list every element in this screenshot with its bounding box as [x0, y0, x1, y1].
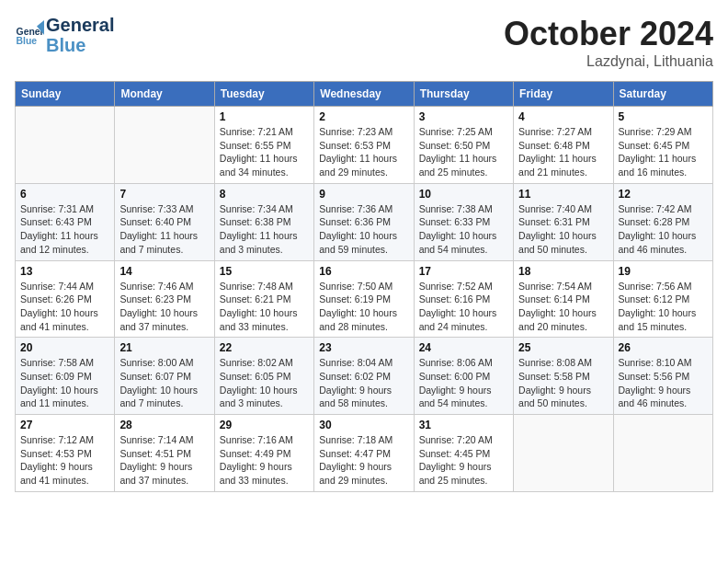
calendar-cell: 23Sunrise: 8:04 AMSunset: 6:02 PMDayligh…	[314, 338, 414, 415]
day-info: Sunrise: 7:48 AMSunset: 6:21 PMDaylight:…	[220, 280, 309, 334]
day-number: 15	[220, 265, 309, 278]
calendar-cell: 7Sunrise: 7:33 AMSunset: 6:40 PMDaylight…	[115, 183, 214, 260]
day-info: Sunrise: 7:34 AMSunset: 6:38 PMDaylight:…	[220, 202, 309, 257]
day-number: 16	[319, 265, 408, 278]
calendar-cell	[514, 415, 613, 492]
calendar-cell	[16, 107, 115, 184]
month-year: October 2024	[504, 15, 713, 53]
logo-line1: General	[46, 15, 114, 35]
day-info: Sunrise: 7:25 AMSunset: 6:50 PMDaylight:…	[419, 125, 508, 179]
calendar-header-monday: Monday	[115, 82, 214, 107]
logo: General Blue General Blue	[15, 15, 114, 55]
calendar-cell: 20Sunrise: 7:58 AMSunset: 6:09 PMDayligh…	[16, 338, 115, 415]
day-info: Sunrise: 8:00 AMSunset: 6:07 PMDaylight:…	[119, 356, 209, 410]
day-number: 20	[20, 341, 109, 354]
day-info: Sunrise: 7:27 AMSunset: 6:48 PMDaylight:…	[518, 125, 608, 179]
day-number: 1	[220, 110, 309, 123]
calendar-cell: 24Sunrise: 8:06 AMSunset: 6:00 PMDayligh…	[414, 338, 513, 415]
calendar-cell: 29Sunrise: 7:16 AMSunset: 4:49 PMDayligh…	[214, 415, 313, 492]
calendar-cell: 25Sunrise: 8:08 AMSunset: 5:58 PMDayligh…	[514, 338, 613, 415]
svg-text:Blue: Blue	[17, 36, 38, 46]
calendar-cell: 9Sunrise: 7:36 AMSunset: 6:36 PMDaylight…	[314, 183, 414, 260]
title-block: October 2024 Lazdynai, Lithuania	[504, 15, 713, 70]
logo-line2: Blue	[46, 35, 114, 55]
calendar-cell: 11Sunrise: 7:40 AMSunset: 6:31 PMDayligh…	[514, 183, 613, 260]
calendar-cell: 22Sunrise: 8:02 AMSunset: 6:05 PMDayligh…	[214, 338, 313, 415]
logo-icon: General Blue	[15, 20, 44, 50]
day-number: 25	[518, 341, 608, 354]
calendar-cell: 30Sunrise: 7:18 AMSunset: 4:47 PMDayligh…	[314, 415, 414, 492]
day-info: Sunrise: 7:42 AMSunset: 6:28 PMDaylight:…	[619, 202, 708, 257]
calendar-cell: 26Sunrise: 8:10 AMSunset: 5:56 PMDayligh…	[613, 338, 712, 415]
calendar-cell: 6Sunrise: 7:31 AMSunset: 6:43 PMDaylight…	[16, 183, 115, 260]
day-number: 13	[20, 265, 109, 278]
day-number: 17	[419, 265, 508, 278]
calendar-cell: 21Sunrise: 8:00 AMSunset: 6:07 PMDayligh…	[115, 338, 214, 415]
calendar-cell: 27Sunrise: 7:12 AMSunset: 4:53 PMDayligh…	[16, 415, 115, 492]
day-number: 18	[518, 265, 608, 278]
day-info: Sunrise: 7:21 AMSunset: 6:55 PMDaylight:…	[220, 125, 309, 179]
day-info: Sunrise: 8:04 AMSunset: 6:02 PMDaylight:…	[319, 356, 408, 410]
calendar-cell: 12Sunrise: 7:42 AMSunset: 6:28 PMDayligh…	[613, 183, 712, 260]
day-info: Sunrise: 7:14 AMSunset: 4:51 PMDaylight:…	[119, 433, 209, 488]
day-number: 8	[220, 188, 309, 201]
day-number: 31	[419, 419, 508, 431]
calendar-week-1: 1Sunrise: 7:21 AMSunset: 6:55 PMDaylight…	[16, 107, 713, 184]
day-info: Sunrise: 7:56 AMSunset: 6:12 PMDaylight:…	[619, 280, 708, 334]
day-info: Sunrise: 7:44 AMSunset: 6:26 PMDaylight:…	[20, 280, 109, 334]
day-number: 9	[319, 188, 408, 201]
calendar-cell: 17Sunrise: 7:52 AMSunset: 6:16 PMDayligh…	[414, 260, 513, 338]
calendar-cell: 4Sunrise: 7:27 AMSunset: 6:48 PMDaylight…	[514, 107, 613, 184]
day-number: 10	[419, 188, 508, 201]
day-info: Sunrise: 8:08 AMSunset: 5:58 PMDaylight:…	[518, 356, 608, 410]
day-number: 3	[419, 110, 508, 123]
day-number: 27	[20, 419, 109, 431]
day-number: 5	[619, 110, 708, 123]
day-number: 30	[319, 419, 408, 431]
day-number: 22	[220, 341, 309, 354]
calendar-cell: 1Sunrise: 7:21 AMSunset: 6:55 PMDaylight…	[214, 107, 313, 184]
day-number: 24	[419, 341, 508, 354]
calendar-header-thursday: Thursday	[414, 82, 513, 107]
day-info: Sunrise: 8:02 AMSunset: 6:05 PMDaylight:…	[220, 356, 309, 410]
calendar-cell: 28Sunrise: 7:14 AMSunset: 4:51 PMDayligh…	[115, 415, 214, 492]
calendar-cell	[115, 107, 214, 184]
location: Lazdynai, Lithuania	[504, 53, 713, 70]
day-info: Sunrise: 7:23 AMSunset: 6:53 PMDaylight:…	[319, 125, 408, 179]
day-number: 14	[119, 265, 209, 278]
day-info: Sunrise: 7:16 AMSunset: 4:49 PMDaylight:…	[220, 433, 309, 488]
calendar-header-friday: Friday	[514, 82, 613, 107]
day-info: Sunrise: 7:31 AMSunset: 6:43 PMDaylight:…	[20, 202, 109, 257]
day-info: Sunrise: 7:54 AMSunset: 6:14 PMDaylight:…	[518, 280, 608, 334]
day-info: Sunrise: 7:52 AMSunset: 6:16 PMDaylight:…	[419, 280, 508, 334]
day-info: Sunrise: 7:33 AMSunset: 6:40 PMDaylight:…	[119, 202, 209, 257]
day-number: 23	[319, 341, 408, 354]
calendar-week-2: 6Sunrise: 7:31 AMSunset: 6:43 PMDaylight…	[16, 183, 713, 260]
calendar-table: SundayMondayTuesdayWednesdayThursdayFrid…	[15, 81, 713, 492]
page-header: General Blue General Blue October 2024 L…	[15, 15, 713, 70]
day-info: Sunrise: 7:12 AMSunset: 4:53 PMDaylight:…	[20, 433, 109, 488]
calendar-cell: 2Sunrise: 7:23 AMSunset: 6:53 PMDaylight…	[314, 107, 414, 184]
calendar-header-sunday: Sunday	[16, 82, 115, 107]
calendar-cell: 5Sunrise: 7:29 AMSunset: 6:45 PMDaylight…	[613, 107, 712, 184]
day-info: Sunrise: 7:40 AMSunset: 6:31 PMDaylight:…	[518, 202, 608, 257]
day-number: 26	[619, 341, 708, 354]
calendar-cell: 8Sunrise: 7:34 AMSunset: 6:38 PMDaylight…	[214, 183, 313, 260]
day-number: 12	[619, 188, 708, 201]
day-number: 6	[20, 188, 109, 201]
day-info: Sunrise: 7:58 AMSunset: 6:09 PMDaylight:…	[20, 356, 109, 410]
day-number: 21	[119, 341, 209, 354]
day-info: Sunrise: 7:38 AMSunset: 6:33 PMDaylight:…	[419, 202, 508, 257]
calendar-week-3: 13Sunrise: 7:44 AMSunset: 6:26 PMDayligh…	[16, 260, 713, 338]
calendar-cell	[613, 415, 712, 492]
day-number: 11	[518, 188, 608, 201]
day-number: 7	[119, 188, 209, 201]
calendar-cell: 10Sunrise: 7:38 AMSunset: 6:33 PMDayligh…	[414, 183, 513, 260]
calendar-cell: 31Sunrise: 7:20 AMSunset: 4:45 PMDayligh…	[414, 415, 513, 492]
calendar-week-4: 20Sunrise: 7:58 AMSunset: 6:09 PMDayligh…	[16, 338, 713, 415]
day-info: Sunrise: 7:18 AMSunset: 4:47 PMDaylight:…	[319, 433, 408, 488]
calendar-cell: 3Sunrise: 7:25 AMSunset: 6:50 PMDaylight…	[414, 107, 513, 184]
day-number: 19	[619, 265, 708, 278]
day-number: 2	[319, 110, 408, 123]
calendar-cell: 18Sunrise: 7:54 AMSunset: 6:14 PMDayligh…	[514, 260, 613, 338]
